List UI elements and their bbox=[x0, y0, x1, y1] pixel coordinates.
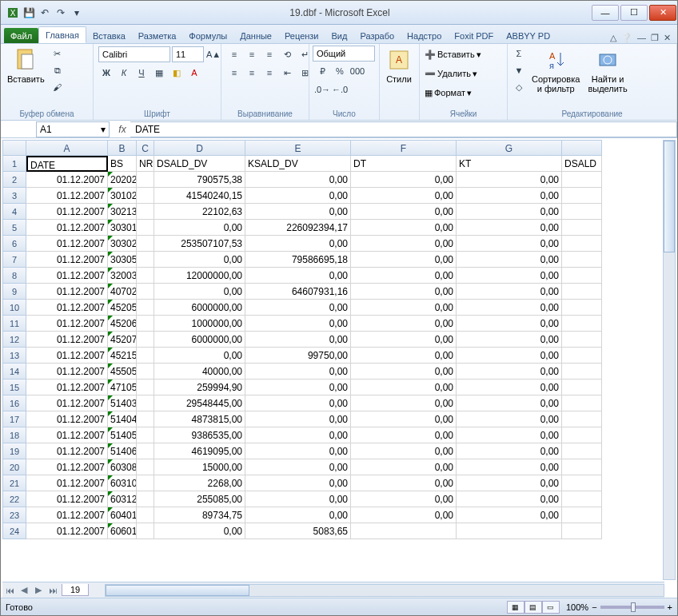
cell[interactable]: 0,00 bbox=[351, 188, 457, 204]
cell[interactable]: 79586695,18 bbox=[245, 252, 351, 268]
cell[interactable]: 01.12.2007 bbox=[26, 332, 108, 348]
row-header[interactable]: 20 bbox=[2, 459, 26, 475]
cell[interactable]: 0,00 bbox=[457, 411, 562, 427]
cell[interactable]: 01.12.2007 bbox=[26, 395, 108, 411]
cell[interactable]: 0,00 bbox=[351, 427, 457, 443]
cell[interactable] bbox=[137, 268, 154, 284]
cell[interactable] bbox=[562, 220, 602, 236]
view-layout-icon[interactable]: ▤ bbox=[524, 601, 542, 614]
tab-layout[interactable]: Разметка bbox=[132, 28, 183, 43]
cell[interactable] bbox=[137, 332, 154, 348]
cell[interactable]: 20202 bbox=[108, 172, 137, 188]
maximize-button[interactable]: ☐ bbox=[620, 5, 648, 21]
cell[interactable] bbox=[137, 300, 154, 316]
cell[interactable]: 0,00 bbox=[154, 284, 245, 300]
cell[interactable]: 0,00 bbox=[245, 507, 351, 523]
cell[interactable]: 259994,90 bbox=[154, 380, 245, 395]
cell[interactable] bbox=[137, 236, 154, 252]
cell[interactable] bbox=[562, 268, 602, 284]
font-size-select[interactable] bbox=[172, 46, 204, 62]
view-normal-icon[interactable]: ▦ bbox=[507, 601, 524, 614]
cell[interactable]: 0,00 bbox=[457, 300, 562, 316]
cell[interactable]: 0,00 bbox=[351, 475, 457, 491]
cell[interactable] bbox=[137, 395, 154, 411]
cell[interactable]: 22102,63 bbox=[154, 204, 245, 220]
cell[interactable]: 0,00 bbox=[351, 252, 457, 268]
ribbon-minimize-icon[interactable]: △ bbox=[610, 33, 616, 43]
cell[interactable]: 0,00 bbox=[351, 204, 457, 220]
cell[interactable]: 4873815,00 bbox=[154, 411, 245, 427]
cells-format-button[interactable]: ▦Формат▾ bbox=[423, 84, 473, 101]
row-header[interactable]: 24 bbox=[2, 523, 26, 539]
cell[interactable]: 0,00 bbox=[457, 348, 562, 364]
cell[interactable]: NR bbox=[137, 156, 154, 172]
name-box[interactable]: A1▾ bbox=[36, 121, 110, 137]
cell[interactable]: 01.12.2007 bbox=[26, 188, 108, 204]
cell[interactable]: 45215 bbox=[108, 348, 137, 364]
cell[interactable] bbox=[562, 411, 602, 427]
cell[interactable]: 0,00 bbox=[245, 411, 351, 427]
cell[interactable]: 0,00 bbox=[245, 395, 351, 411]
cell[interactable]: 0,00 bbox=[351, 284, 457, 300]
cell[interactable]: 60401 bbox=[108, 507, 137, 523]
cell[interactable]: 0,00 bbox=[457, 188, 562, 204]
cell[interactable]: 01.12.2007 bbox=[26, 236, 108, 252]
cell[interactable]: 01.12.2007 bbox=[26, 364, 108, 380]
cell[interactable]: 0,00 bbox=[351, 364, 457, 380]
cell[interactable]: KSALD_DV bbox=[245, 156, 351, 172]
cell[interactable]: 0,00 bbox=[457, 427, 562, 443]
clear-icon[interactable]: ◇ bbox=[511, 79, 527, 95]
zoom-out-icon[interactable]: − bbox=[592, 602, 596, 612]
cells-delete-button[interactable]: ➖Удалить▾ bbox=[423, 65, 479, 82]
view-pagebreak-icon[interactable]: ▭ bbox=[542, 601, 560, 614]
row-header[interactable]: 16 bbox=[2, 395, 26, 411]
align-right-icon[interactable]: ≡ bbox=[261, 65, 277, 81]
cell[interactable]: 6000000,00 bbox=[154, 332, 245, 348]
cell[interactable] bbox=[562, 364, 602, 380]
cell[interactable]: 0,00 bbox=[457, 204, 562, 220]
hscroll-thumb[interactable] bbox=[106, 585, 249, 596]
help-icon[interactable]: ❔ bbox=[621, 33, 632, 43]
cell[interactable]: 30302 bbox=[108, 236, 137, 252]
cell[interactable] bbox=[137, 364, 154, 380]
cell[interactable] bbox=[562, 427, 602, 443]
cell[interactable]: 40702 bbox=[108, 284, 137, 300]
cell[interactable]: 4619095,00 bbox=[154, 443, 245, 459]
percent-icon[interactable]: % bbox=[332, 63, 348, 79]
cell[interactable]: 0,00 bbox=[457, 380, 562, 395]
styles-button[interactable]: A Стили bbox=[383, 46, 415, 85]
sheet-nav-prev-icon[interactable]: ◀ bbox=[17, 585, 31, 595]
tab-view[interactable]: Вид bbox=[325, 28, 354, 43]
cell[interactable] bbox=[562, 188, 602, 204]
tab-review[interactable]: Рецензи bbox=[278, 28, 325, 43]
cell[interactable]: 60308 bbox=[108, 459, 137, 475]
row-header[interactable]: 9 bbox=[2, 284, 26, 300]
row-header[interactable]: 21 bbox=[2, 475, 26, 491]
row-header[interactable]: 22 bbox=[2, 491, 26, 507]
cell[interactable] bbox=[562, 395, 602, 411]
zoom-in-icon[interactable]: + bbox=[668, 602, 672, 612]
align-top-icon[interactable]: ≡ bbox=[226, 46, 242, 62]
cell[interactable]: 01.12.2007 bbox=[26, 348, 108, 364]
cell[interactable]: 226092394,17 bbox=[245, 220, 351, 236]
cell[interactable]: 2268,00 bbox=[154, 475, 245, 491]
cell[interactable]: DSALD_DV bbox=[154, 156, 245, 172]
cell[interactable] bbox=[137, 523, 154, 539]
align-center-icon[interactable]: ≡ bbox=[244, 65, 260, 81]
underline-button[interactable]: Ч bbox=[134, 65, 150, 81]
cell[interactable]: 64607931,16 bbox=[245, 284, 351, 300]
cell[interactable]: 12000000,00 bbox=[154, 268, 245, 284]
cell[interactable]: 0,00 bbox=[245, 459, 351, 475]
cell[interactable] bbox=[137, 411, 154, 427]
cell[interactable]: DT bbox=[351, 156, 457, 172]
cell[interactable]: 0,00 bbox=[351, 220, 457, 236]
qa-more-icon[interactable]: ▾ bbox=[70, 6, 84, 20]
fx-icon[interactable]: fx bbox=[114, 124, 130, 135]
col-header[interactable]: F bbox=[351, 140, 457, 156]
cell[interactable]: 6000000,00 bbox=[154, 300, 245, 316]
row-header[interactable]: 12 bbox=[2, 332, 26, 348]
cell[interactable]: DSALD bbox=[562, 156, 602, 172]
cell[interactable] bbox=[137, 284, 154, 300]
cell[interactable]: 01.12.2007 bbox=[26, 220, 108, 236]
cell[interactable]: 0,00 bbox=[351, 459, 457, 475]
